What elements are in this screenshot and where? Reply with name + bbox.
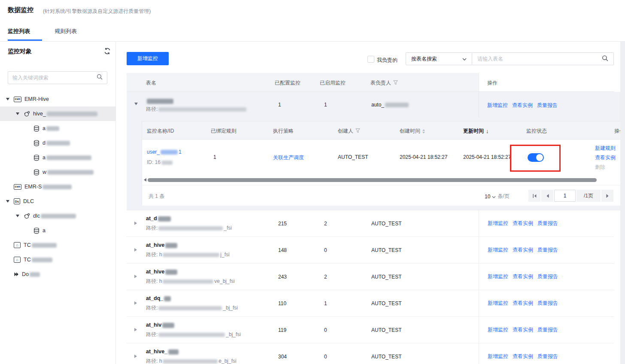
redacted-text xyxy=(162,323,174,328)
table-path: 路径:_fsi xyxy=(146,224,232,232)
add-monitor-link[interactable]: 新增监控 xyxy=(488,273,508,280)
redacted-text xyxy=(163,359,218,364)
tab-rule-list[interactable]: 规则列表 xyxy=(55,27,77,35)
row-actions: 新增监控 查看实例 质量报告 xyxy=(479,343,614,364)
create-rule-link[interactable]: 新建规则 xyxy=(595,145,616,152)
add-monitor-link[interactable]: 新增监控 xyxy=(488,246,508,254)
table-name: at_hive xyxy=(146,269,164,275)
monitor-name-link[interactable]: user_1 xyxy=(147,149,182,155)
pagination-bar: 共 1 条 10 条/页 1 /1页 xyxy=(142,185,625,206)
tree-item[interactable]: ⌂ TC xyxy=(0,238,115,252)
table-path: 路径: xyxy=(146,106,247,113)
view-instances-link[interactable]: 查看实例 xyxy=(513,246,533,254)
table-name-search-input[interactable]: 请输入表名 xyxy=(472,52,614,65)
horizontal-scrollbar xyxy=(142,176,625,185)
collapse-row-icon[interactable] xyxy=(134,103,138,105)
active-tab-underline xyxy=(8,39,42,41)
tree-item[interactable]: w xyxy=(0,165,115,179)
expand-row-icon[interactable] xyxy=(134,355,137,358)
tree-item[interactable]: a xyxy=(0,121,115,136)
sidebar-divider xyxy=(115,42,116,364)
view-instances-link[interactable]: 查看实例 xyxy=(513,273,533,280)
tree-item[interactable]: a xyxy=(0,150,115,165)
quality-report-link[interactable]: 质量报告 xyxy=(537,353,558,360)
expand-row-icon[interactable] xyxy=(134,248,137,252)
caret-down-icon[interactable] xyxy=(6,200,9,203)
tree-item-label: EMR-Hive xyxy=(24,96,49,102)
quality-report-link[interactable]: 质量报告 xyxy=(537,326,558,334)
column-header-bound-rules: 已绑定规则 xyxy=(211,127,237,135)
filter-icon[interactable] xyxy=(355,128,360,134)
quality-report-link[interactable]: 质量报告 xyxy=(537,273,558,280)
search-icon[interactable] xyxy=(602,55,608,63)
table-row[interactable]: at_hive 路径: hve_bj_fsi 243 2 AUTO_TEST 新… xyxy=(127,264,614,290)
scrollbar-thumb[interactable] xyxy=(148,178,597,182)
page-number-input[interactable]: 1 xyxy=(554,190,576,202)
created-time-value: 2025-04-21 18:52:27 xyxy=(400,154,447,160)
view-instances-link[interactable]: 查看实例 xyxy=(513,300,533,307)
search-icon[interactable] xyxy=(97,74,103,82)
filter-icon[interactable] xyxy=(393,80,398,86)
sidebar-search-input[interactable]: 输入关键词搜索 xyxy=(8,71,107,84)
table-row[interactable]: at_hiv 路径:_bj_fsi 119 0 AUTO_TEST 新增监控 查… xyxy=(127,317,614,343)
table-row[interactable]: at_dq_ 路径:_bj_fsi 110 1 AUTO_TEST 新增监控 查… xyxy=(127,290,614,317)
tree-item[interactable]: d xyxy=(0,136,115,150)
caret-down-icon[interactable] xyxy=(6,98,9,100)
table-row[interactable]: at_d 路径:_fsi 215 2 AUTO_TEST 新增监控 查看实例 质… xyxy=(127,210,614,237)
redacted-text xyxy=(158,306,222,310)
tree-item[interactable]: a xyxy=(0,223,115,238)
view-instances-link[interactable]: 查看实例 xyxy=(513,220,533,227)
tree: EMR EMR-Hive hive_ a xyxy=(0,92,115,282)
tree-item[interactable]: EMR EMR-S xyxy=(0,179,115,194)
add-monitor-link[interactable]: 新增监控 xyxy=(488,220,508,227)
view-instances-link[interactable]: 查看实例 xyxy=(595,154,616,161)
scroll-left-icon[interactable] xyxy=(144,178,146,182)
view-instances-link[interactable]: 查看实例 xyxy=(512,102,533,109)
redacted-text xyxy=(158,107,246,112)
page-size-select[interactable]: 10 条/页 xyxy=(485,193,510,200)
tree-item[interactable]: dlc xyxy=(0,209,115,223)
add-monitor-button[interactable]: 新增监控 xyxy=(127,52,169,65)
tab-monitor-list[interactable]: 监控列表 xyxy=(8,27,30,35)
tree-item[interactable]: ⌂ TC xyxy=(0,252,115,267)
redacted-text xyxy=(32,258,52,262)
delete-link[interactable]: 删除 xyxy=(595,164,605,171)
redacted-text xyxy=(163,279,213,284)
column-header-status: 监控状态 xyxy=(526,127,547,135)
expand-row-icon[interactable] xyxy=(134,301,137,305)
caret-down-icon[interactable] xyxy=(16,215,19,217)
view-instances-link[interactable]: 查看实例 xyxy=(513,353,533,360)
sort-desc-icon: ↓ xyxy=(486,128,489,134)
quality-report-link[interactable]: 质量报告 xyxy=(537,300,558,307)
first-page-button[interactable] xyxy=(528,190,540,202)
monitor-panel-header: 监控名称/ID 已绑定规则 执行策略 创建人 创建时间 更新时间 ↓ 监 xyxy=(142,121,625,140)
expand-row-icon[interactable] xyxy=(134,328,137,331)
quality-report-link[interactable]: 质量报告 xyxy=(537,246,558,254)
tree-item[interactable]: Ds DLC xyxy=(0,194,115,209)
search-type-select[interactable]: 按表名搜索 xyxy=(406,52,472,65)
owner-value: AUTO_TEST xyxy=(371,221,401,227)
prev-page-button[interactable] xyxy=(541,190,553,202)
view-instances-link[interactable]: 查看实例 xyxy=(513,326,533,334)
table-row[interactable]: at_hive_ 路径: he_bj_fsi 304 0 AUTO_TEST 新… xyxy=(127,343,614,364)
tree-item[interactable]: EMR EMR-Hive xyxy=(0,92,115,106)
strategy-link[interactable]: 关联生产调度 xyxy=(273,154,304,161)
quality-report-link[interactable]: 质量报告 xyxy=(537,102,558,109)
expand-row-icon[interactable] xyxy=(134,275,137,278)
add-monitor-link[interactable]: 新增监控 xyxy=(488,300,508,307)
redacted-text xyxy=(46,126,59,131)
caret-down-icon[interactable] xyxy=(16,112,19,115)
sort-icon[interactable] xyxy=(422,129,425,133)
refresh-icon[interactable] xyxy=(103,47,111,57)
expand-row-icon[interactable] xyxy=(134,221,137,225)
tree-item[interactable]: hive_ xyxy=(0,106,115,121)
quality-report-link[interactable]: 质量报告 xyxy=(537,220,558,227)
add-monitor-link[interactable]: 新增监控 xyxy=(488,326,508,334)
column-header-updated-time[interactable]: 更新时间 ↓ xyxy=(463,127,489,135)
table-row[interactable]: at_hive 路径: hj_fsi 148 0 AUTO_TEST 新增监控 … xyxy=(127,237,614,264)
owned-by-me-checkbox[interactable] xyxy=(367,56,374,63)
add-monitor-link[interactable]: 新增监控 xyxy=(488,353,508,360)
add-monitor-link[interactable]: 新增监控 xyxy=(487,102,508,109)
tree-item[interactable]: Do xyxy=(0,267,115,282)
next-page-button[interactable] xyxy=(601,190,613,202)
